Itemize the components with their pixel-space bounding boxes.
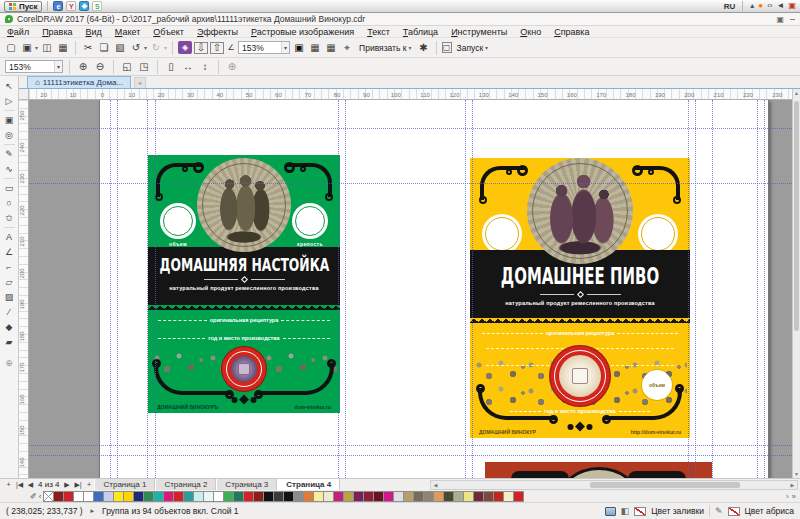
shape-tool[interactable]: ▷ <box>2 94 17 108</box>
tray-icon[interactable]: ◄ <box>777 1 785 11</box>
palette-scroll-left[interactable]: ‹ <box>39 492 42 501</box>
quick-launch-icon[interactable]: S <box>92 1 102 11</box>
scale-factor-icon[interactable]: ∠ <box>226 40 236 55</box>
combo-dropdown-arrow[interactable]: ▾ <box>281 42 289 53</box>
zoom-to-all-button[interactable]: ◳ <box>137 59 151 74</box>
save-button[interactable]: ◫ <box>40 40 54 55</box>
zoom-level-combo[interactable]: 153% ▾ <box>238 41 290 54</box>
palette-overflow-more[interactable]: » <box>792 492 796 501</box>
drawing-canvas[interactable]: объем крепость ДОМАШНЯЯ НАСТОЙКА натурал… <box>29 100 792 478</box>
menu-text[interactable]: Текст <box>367 27 390 37</box>
open-button[interactable]: ▣ <box>20 40 34 55</box>
page-tab-2[interactable]: Страница 2 <box>155 479 216 490</box>
menu-help[interactable]: Справка <box>554 27 589 37</box>
options-gear-button[interactable]: ✱ <box>417 40 431 55</box>
tray-icon[interactable]: ▣ <box>788 1 796 11</box>
propbar-zoom-combo[interactable]: 153% ▾ <box>5 60 63 73</box>
scroll-down-arrow[interactable]: ▼ <box>793 471 800 477</box>
zoom-to-width-button[interactable]: ↔ <box>181 59 195 74</box>
launch-dropdown[interactable]: Запуск ▾ <box>454 43 492 53</box>
guideline-horizontal[interactable] <box>29 455 792 456</box>
guideline-vertical[interactable] <box>117 100 118 478</box>
outline-none-swatch[interactable] <box>728 507 740 516</box>
tray-icon[interactable]: ● <box>758 1 763 11</box>
menu-bitmaps[interactable]: Растровые изображения <box>251 27 354 37</box>
vertical-scrollbar[interactable]: ▲ ▼ <box>792 89 800 478</box>
guideline-vertical[interactable] <box>147 100 148 478</box>
guideline-vertical[interactable] <box>688 100 689 478</box>
menu-edit[interactable]: Правка <box>42 27 72 37</box>
zoom-out-button[interactable]: ⊖ <box>93 59 107 74</box>
fill-none-swatch[interactable] <box>634 507 646 516</box>
guideline-vertical[interactable] <box>712 100 713 478</box>
tray-icon[interactable]: ▴ <box>750 1 754 11</box>
vertical-scroll-thumb[interactable] <box>794 101 799 331</box>
minimize-button[interactable]: – <box>790 14 795 24</box>
horizontal-scroll-track[interactable] <box>440 481 788 489</box>
search-content-button[interactable]: ◈ <box>178 41 192 54</box>
text-tool[interactable]: А <box>2 230 17 244</box>
menu-view[interactable]: Вид <box>86 27 102 37</box>
redo-dropdown-arrow[interactable]: ▾ <box>164 44 167 51</box>
copy-button[interactable]: ❏ <box>97 40 111 55</box>
import-button[interactable]: ⇩ <box>194 42 208 54</box>
palette-eyedropper-icon[interactable]: ✐ <box>30 492 37 501</box>
new-document-button[interactable]: ▢ <box>4 40 18 55</box>
transparency-tool[interactable]: ▨ <box>2 290 17 304</box>
scroll-right-arrow[interactable]: ▶ <box>788 482 797 488</box>
paste-button[interactable]: ▧ <box>113 40 127 55</box>
undo-dropdown-arrow[interactable]: ▾ <box>144 44 147 51</box>
guideline-vertical[interactable] <box>345 100 346 478</box>
guideline-horizontal[interactable] <box>29 128 792 129</box>
quick-launch-icon[interactable]: e <box>53 1 63 11</box>
color-proof-icon[interactable] <box>605 507 616 516</box>
vertical-ruler[interactable]: 250 240 230 220 210 200 190 180 170 160 … <box>19 100 29 478</box>
crop-tool[interactable]: ▣ <box>2 113 17 127</box>
menu-effects[interactable]: Эффекты <box>197 27 238 37</box>
launch-icon[interactable]: ▢ <box>442 42 452 53</box>
rectangle-tool[interactable]: ▭ <box>2 181 17 195</box>
page-tab-3[interactable]: Страница 3 <box>216 479 277 490</box>
zoom-to-page-button[interactable]: ▯ <box>164 59 178 74</box>
last-page-button[interactable]: ▶| <box>72 481 83 489</box>
propbar-zoom-arrow[interactable]: ▾ <box>54 61 62 72</box>
toolbox-customize-button[interactable]: ⊕ <box>2 356 17 370</box>
show-grid-button[interactable]: ▦ <box>324 40 338 55</box>
pick-tool[interactable]: ↖ <box>2 79 17 93</box>
language-indicator[interactable]: RU <box>724 2 736 11</box>
print-button[interactable]: ▦ <box>56 40 70 55</box>
ruler-origin-corner[interactable] <box>19 89 29 100</box>
zoom-in-button[interactable]: ⊕ <box>76 59 90 74</box>
guideline-vertical[interactable] <box>695 100 696 478</box>
yellow-label-artwork[interactable]: плотность крепость ДОМАШНЕЕ ПИВО натурал… <box>470 158 690 438</box>
polygon-tool[interactable]: ✩ <box>2 211 17 225</box>
guideline-vertical[interactable] <box>757 100 758 478</box>
cut-button[interactable]: ✂ <box>81 40 95 55</box>
guideline-vertical[interactable] <box>110 100 111 478</box>
red-label-artwork[interactable] <box>485 462 712 478</box>
smart-fill-tool[interactable]: ▰ <box>2 335 17 349</box>
guideline-horizontal[interactable] <box>29 445 792 446</box>
scroll-left-arrow[interactable]: ◀ <box>431 482 440 488</box>
connector-tool[interactable]: ⌐ <box>2 260 17 274</box>
menu-tools[interactable]: Инструменты <box>451 27 507 37</box>
snap-to-dropdown[interactable]: Привязать к ▾ <box>356 43 414 53</box>
interactive-fill-tool[interactable]: ◆ <box>2 320 17 334</box>
show-rulers-button[interactable]: ▦ <box>308 40 322 55</box>
green-label-artwork[interactable]: объем крепость ДОМАШНЯЯ НАСТОЙКА натурал… <box>148 155 340 413</box>
menu-table[interactable]: Таблица <box>403 27 438 37</box>
zoom-tool[interactable]: ◎ <box>2 128 17 142</box>
page-tab-4[interactable]: Страница 4 <box>277 479 340 490</box>
guideline-vertical[interactable] <box>764 100 765 478</box>
new-document-tab-button[interactable]: + <box>134 77 146 88</box>
menu-layout[interactable]: Макет <box>115 27 140 37</box>
menu-file[interactable]: Файл <box>7 27 29 37</box>
guideline-vertical[interactable] <box>472 100 473 478</box>
customize-propbar-button[interactable]: ⊕ <box>225 59 239 74</box>
start-button[interactable]: Пуск <box>4 1 42 12</box>
horizontal-scrollbar[interactable]: ◀ ▶ <box>430 480 798 490</box>
ellipse-tool[interactable]: ○ <box>2 196 17 210</box>
freehand-tool[interactable]: ✎ <box>2 147 17 161</box>
scroll-up-arrow[interactable]: ▲ <box>793 90 800 96</box>
drop-shadow-tool[interactable]: ▱ <box>2 275 17 289</box>
